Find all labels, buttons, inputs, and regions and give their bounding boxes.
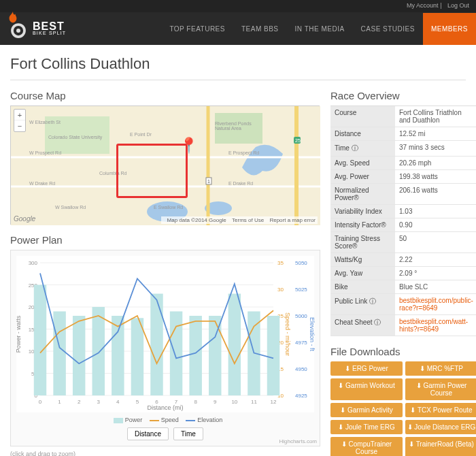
legend-power-swatch xyxy=(114,418,123,423)
svg-text:1: 1 xyxy=(207,179,210,184)
download-button[interactable]: ⬇ Garmin Workout xyxy=(330,378,403,400)
my-account-link[interactable]: My Account xyxy=(407,2,439,9)
zoom-out-button[interactable]: − xyxy=(14,120,25,131)
y-axis-elev: Elevation - ft xyxy=(309,317,316,351)
svg-rect-63 xyxy=(209,316,221,395)
svg-text:3: 3 xyxy=(97,399,101,405)
nav-case-studies[interactable]: CASE STUDIES xyxy=(353,13,423,45)
svg-rect-59 xyxy=(131,318,143,395)
svg-rect-66 xyxy=(267,316,279,395)
svg-text:0: 0 xyxy=(39,399,42,405)
main-nav: TOP FEATURES TEAM BBS IN THE MEDIA CASE … xyxy=(161,13,476,45)
logo-text: BEST BIKE SPLIT xyxy=(33,22,66,36)
overview-row: Public Link ⓘbestbikesplit.com/public-ra… xyxy=(330,294,476,315)
overview-row: Avg. Yaw2.09 ° xyxy=(330,267,476,280)
svg-rect-58 xyxy=(112,316,124,395)
nav-members[interactable]: MEMBERS xyxy=(423,13,476,45)
chart-legend: Power Speed Elevation xyxy=(16,417,314,423)
nav-in-the-media[interactable]: IN THE MEDIA xyxy=(287,13,353,45)
svg-text:35: 35 xyxy=(277,260,284,266)
map-footer: Map data ©2014 Google Terms of Use Repor… xyxy=(161,216,318,224)
overview-row: Normalized Power®206.16 watts xyxy=(330,184,476,205)
svg-rect-55 xyxy=(53,312,65,396)
divider xyxy=(10,80,466,80)
svg-text:11: 11 xyxy=(251,399,257,405)
power-chart-box: Power - watts Speed - mi/hour Elevation … xyxy=(10,250,320,446)
svg-text:8: 8 xyxy=(194,399,197,405)
time-button[interactable]: Time xyxy=(173,427,203,440)
svg-text:1: 1 xyxy=(58,399,61,405)
gear-icon xyxy=(8,18,29,39)
course-map[interactable]: 1 25 W Elizabeth St Colorado State Unive… xyxy=(10,105,320,225)
overview-row: Watts/Kg2.22 xyxy=(330,253,476,267)
svg-text:2: 2 xyxy=(78,399,81,405)
zoom-hint: (click and drag to zoom) xyxy=(10,451,320,456)
overview-row: Variability Index1.03 xyxy=(330,205,476,218)
svg-rect-62 xyxy=(189,316,201,395)
svg-text:5050: 5050 xyxy=(295,260,307,266)
highcharts-credit: Highcharts.com xyxy=(279,438,317,444)
logout-link[interactable]: Log Out xyxy=(447,2,469,9)
race-overview-heading: Race Overview xyxy=(330,90,476,101)
overview-row: Avg. Power199.38 watts xyxy=(330,170,476,184)
legend-speed-swatch xyxy=(150,420,159,421)
download-button[interactable]: ⬇ Garmin Activity xyxy=(330,403,403,417)
overview-row: CourseFort Collins Triathlon and Duathlo… xyxy=(330,106,476,127)
download-button[interactable]: ⬇ Joule Distance ERG xyxy=(405,420,476,434)
download-button[interactable]: ⬇ Garmin Power Course xyxy=(405,378,476,400)
download-button[interactable]: ⬇ TrainerRoad (Beta) xyxy=(405,437,476,456)
downloads-heading: File Downloads xyxy=(330,346,476,357)
download-button[interactable]: ⬇ Joule Time ERG xyxy=(330,420,403,434)
y-axis-power: Power - watts xyxy=(15,316,22,353)
svg-rect-64 xyxy=(228,294,241,396)
legend-elev-swatch xyxy=(186,420,195,421)
distance-button[interactable]: Distance xyxy=(127,427,169,440)
svg-text:5000: 5000 xyxy=(295,313,307,319)
svg-rect-61 xyxy=(170,312,182,396)
download-button[interactable]: ⬇ TCX Power Route xyxy=(405,403,476,417)
svg-text:9: 9 xyxy=(214,399,217,405)
x-axis-label: Distance (mi) xyxy=(147,404,183,411)
svg-text:12: 12 xyxy=(271,399,277,405)
topbar: My Account | Log Out xyxy=(0,0,476,12)
nav-team-bbs[interactable]: TEAM BBS xyxy=(233,13,287,45)
power-plan-heading: Power Plan xyxy=(10,234,320,246)
route-overlay xyxy=(116,144,188,198)
overview-row: Training Stress Score®50 xyxy=(330,232,476,253)
svg-rect-56 xyxy=(73,316,85,395)
overview-row: BikeBlue SLC xyxy=(330,280,476,294)
google-logo: Google xyxy=(14,215,35,223)
download-button[interactable]: ⬇ CompuTrainer Course xyxy=(330,437,403,456)
svg-text:4975: 4975 xyxy=(295,340,307,346)
nav-top-features[interactable]: TOP FEATURES xyxy=(161,13,233,45)
flame-icon xyxy=(7,12,19,24)
svg-rect-57 xyxy=(92,307,105,395)
y-axis-speed: Speed - mi/hour xyxy=(284,312,291,356)
download-button[interactable]: ⬇ ERG Power xyxy=(330,361,403,376)
download-button[interactable]: ⬇ MRC %FTP xyxy=(405,361,476,376)
power-chart[interactable]: Power - watts Speed - mi/hour Elevation … xyxy=(16,256,314,412)
zoom-in-button[interactable]: + xyxy=(14,110,25,120)
svg-text:4950: 4950 xyxy=(295,366,307,372)
terms-link[interactable]: Terms of Use xyxy=(232,217,264,223)
page-title: Fort Collins Duathlon xyxy=(10,55,466,73)
overview-row: Intensity Factor®0.90 xyxy=(330,218,476,232)
svg-text:4: 4 xyxy=(116,399,120,405)
svg-text:5025: 5025 xyxy=(295,287,307,293)
svg-rect-54 xyxy=(34,285,46,396)
overview-row: Avg. Speed20.26 mph xyxy=(330,157,476,170)
svg-text:5: 5 xyxy=(136,399,139,405)
report-link[interactable]: Report a map error xyxy=(269,217,316,223)
map-pin-icon: 📍 xyxy=(180,137,198,154)
overview-table: CourseFort Collins Triathlon and Duathlo… xyxy=(330,105,476,336)
overview-row: Distance12.52 mi xyxy=(330,127,476,141)
svg-text:4925: 4925 xyxy=(295,393,307,399)
overview-row: Cheat Sheet ⓘbestbikesplit.com/watt-hint… xyxy=(330,315,476,336)
overview-row: Time ⓘ37 mins 3 secs xyxy=(330,141,476,157)
svg-rect-60 xyxy=(150,294,163,396)
header: BEST BIKE SPLIT TOP FEATURES TEAM BBS IN… xyxy=(0,12,476,45)
svg-point-1 xyxy=(16,29,20,33)
course-map-heading: Course Map xyxy=(10,90,320,101)
svg-text:25: 25 xyxy=(295,138,301,143)
logo[interactable]: BEST BIKE SPLIT xyxy=(8,18,161,39)
